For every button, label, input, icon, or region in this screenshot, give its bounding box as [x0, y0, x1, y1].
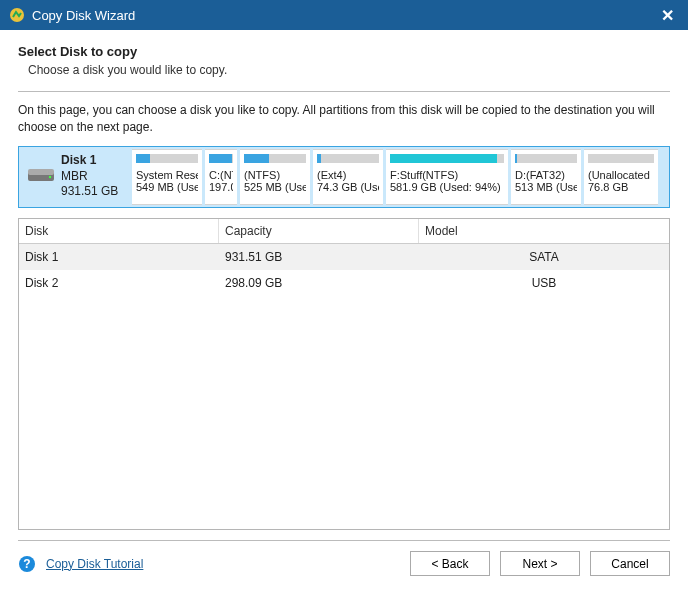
- usage-bar: [588, 154, 654, 163]
- partition-label: (Unallocated: [588, 169, 654, 181]
- disk-map[interactable]: Disk 1 MBR 931.51 GB System Rese549 MB (…: [18, 146, 670, 208]
- partition-detail: 74.3 GB (Use: [317, 181, 379, 193]
- col-capacity[interactable]: Capacity: [219, 219, 419, 243]
- partition-label: D:(FAT32): [515, 169, 577, 181]
- next-button[interactable]: Next >: [500, 551, 580, 576]
- svg-point-0: [10, 8, 24, 22]
- svg-text:?: ?: [23, 557, 30, 571]
- disk-info: Disk 1 MBR 931.51 GB: [61, 153, 118, 200]
- partition-detail: 549 MB (Use: [136, 181, 198, 193]
- usage-bar: [390, 154, 504, 163]
- table-body: Disk 1931.51 GBSATADisk 2298.09 GBUSB: [19, 244, 669, 296]
- partition-block[interactable]: (Ext4)74.3 GB (Use: [313, 149, 383, 205]
- help-icon[interactable]: ?: [18, 555, 36, 573]
- partition-label: (NTFS): [244, 169, 306, 181]
- usage-bar: [515, 154, 577, 163]
- page-heading: Select Disk to copy: [18, 44, 670, 59]
- footerbar: ? Copy Disk Tutorial < Back Next > Cance…: [0, 551, 688, 590]
- content-area: Select Disk to copy Choose a disk you wo…: [0, 30, 688, 530]
- back-button[interactable]: < Back: [410, 551, 490, 576]
- col-model[interactable]: Model: [419, 219, 669, 243]
- cell-model: SATA: [419, 250, 669, 264]
- close-icon[interactable]: ✕: [655, 6, 680, 25]
- partition-block[interactable]: D:(FAT32)513 MB (Use: [511, 149, 581, 205]
- partition-label: C:(NT: [209, 169, 233, 181]
- usage-bar: [136, 154, 198, 163]
- partition-label: (Ext4): [317, 169, 379, 181]
- partition-block[interactable]: System Rese549 MB (Use: [132, 149, 202, 205]
- window-title: Copy Disk Wizard: [32, 8, 655, 23]
- footer-divider: [18, 540, 670, 541]
- partition-label: System Rese: [136, 169, 198, 181]
- usage-bar: [317, 154, 379, 163]
- cell-capacity: 298.09 GB: [219, 276, 419, 290]
- cell-disk: Disk 2: [19, 276, 219, 290]
- partition-label: F:Stuff(NTFS): [390, 169, 504, 181]
- partition-block[interactable]: C:(NT197.0: [205, 149, 237, 205]
- partition-block[interactable]: F:Stuff(NTFS)581.9 GB (Used: 94%): [386, 149, 508, 205]
- usage-bar: [244, 154, 306, 163]
- cell-model: USB: [419, 276, 669, 290]
- disk-table: Disk Capacity Model Disk 1931.51 GBSATAD…: [18, 218, 670, 530]
- disk-name: Disk 1: [61, 153, 118, 169]
- titlebar: Copy Disk Wizard ✕: [0, 0, 688, 30]
- cell-capacity: 931.51 GB: [219, 250, 419, 264]
- disk-type: MBR: [61, 169, 118, 185]
- table-row[interactable]: Disk 2298.09 GBUSB: [19, 270, 669, 296]
- cell-disk: Disk 1: [19, 250, 219, 264]
- partition-strip: System Rese549 MB (UseC:(NT197.0(NTFS)52…: [132, 149, 667, 205]
- partition-detail: 525 MB (Use: [244, 181, 306, 193]
- page-subheading: Choose a disk you would like to copy.: [28, 63, 670, 77]
- cancel-button[interactable]: Cancel: [590, 551, 670, 576]
- harddisk-icon: [27, 165, 55, 188]
- table-row[interactable]: Disk 1931.51 GBSATA: [19, 244, 669, 270]
- svg-point-3: [49, 176, 51, 178]
- usage-bar: [209, 154, 233, 163]
- disk-size: 931.51 GB: [61, 184, 118, 200]
- tutorial-link[interactable]: Copy Disk Tutorial: [46, 557, 143, 571]
- svg-rect-2: [28, 169, 54, 175]
- partition-block[interactable]: (NTFS)525 MB (Use: [240, 149, 310, 205]
- partition-detail: 581.9 GB (Used: 94%): [390, 181, 504, 193]
- table-header: Disk Capacity Model: [19, 219, 669, 244]
- col-disk[interactable]: Disk: [19, 219, 219, 243]
- partition-detail: 197.0: [209, 181, 233, 193]
- partition-detail: 513 MB (Use: [515, 181, 577, 193]
- partition-block[interactable]: (Unallocated76.8 GB: [584, 149, 658, 205]
- app-icon: [8, 6, 26, 24]
- page-description: On this page, you can choose a disk you …: [18, 102, 670, 136]
- partition-detail: 76.8 GB: [588, 181, 654, 193]
- disk-header[interactable]: Disk 1 MBR 931.51 GB: [21, 149, 129, 205]
- divider: [18, 91, 670, 92]
